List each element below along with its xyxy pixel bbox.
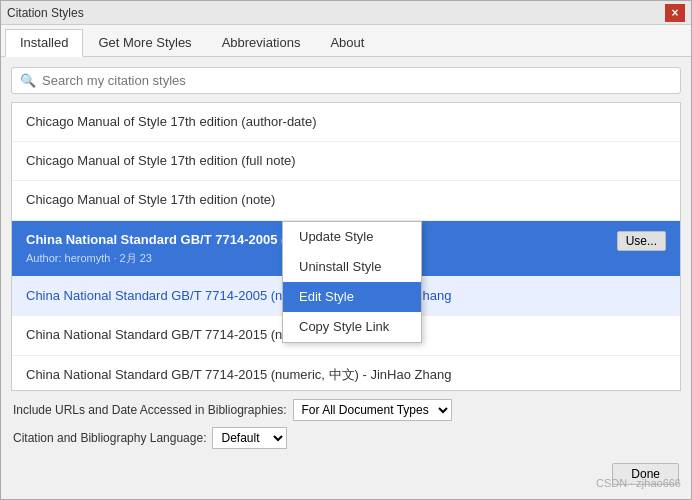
url-label: Include URLs and Date Accessed in Biblio…	[13, 403, 287, 417]
tab-about[interactable]: About	[315, 29, 379, 56]
search-bar: 🔍	[11, 67, 681, 94]
list-item[interactable]: China National Standard GB/T 7714-2015 (…	[12, 356, 680, 391]
list-item-text: Chicago Manual of Style 17th edition (fu…	[26, 153, 296, 168]
context-menu-edit[interactable]: Edit Style	[283, 282, 421, 312]
search-input[interactable]	[42, 73, 672, 88]
watermark: CSDN · zjhao666	[596, 477, 681, 489]
tab-abbreviations[interactable]: Abbreviations	[207, 29, 316, 56]
list-item-selected[interactable]: China National Standard GB/T 7714-2005 (…	[12, 221, 680, 278]
list-item[interactable]: Chicago Manual of Style 17th edition (au…	[12, 103, 680, 142]
tab-get-more-styles[interactable]: Get More Styles	[83, 29, 206, 56]
list-item[interactable]: Chicago Manual of Style 17th edition (fu…	[12, 142, 680, 181]
list-item-text: China National Standard GB/T 7714-2015 (…	[26, 367, 451, 382]
list-item-text: Chicago Manual of Style 17th edition (au…	[26, 114, 317, 129]
search-icon: 🔍	[20, 73, 36, 88]
footer: Include URLs and Date Accessed in Biblio…	[11, 391, 681, 459]
lang-label: Citation and Bibliography Language:	[13, 431, 206, 445]
close-button[interactable]: ×	[665, 4, 685, 22]
style-list: Chicago Manual of Style 17th edition (au…	[11, 102, 681, 391]
context-menu-uninstall[interactable]: Uninstall Style	[283, 252, 421, 282]
citation-styles-window: Citation Styles × Installed Get More Sty…	[0, 0, 692, 500]
done-bar: Done	[11, 459, 681, 489]
use-button[interactable]: Use...	[617, 231, 666, 251]
window-title: Citation Styles	[7, 6, 665, 20]
context-menu-update[interactable]: Update Style	[283, 222, 421, 252]
context-menu-copy-link[interactable]: Copy Style Link	[283, 312, 421, 342]
url-row: Include URLs and Date Accessed in Biblio…	[13, 399, 679, 421]
tab-installed[interactable]: Installed	[5, 29, 83, 57]
list-item[interactable]: Chicago Manual of Style 17th edition (no…	[12, 181, 680, 220]
url-select[interactable]: For All Document Types Never Always	[293, 399, 452, 421]
title-bar: Citation Styles ×	[1, 1, 691, 25]
context-menu: Update Style Uninstall Style Edit Style …	[282, 221, 422, 344]
tab-bar: Installed Get More Styles Abbreviations …	[1, 25, 691, 57]
lang-select[interactable]: Default English Chinese	[212, 427, 287, 449]
main-content: 🔍 Chicago Manual of Style 17th edition (…	[1, 57, 691, 499]
lang-row: Citation and Bibliography Language: Defa…	[13, 427, 679, 449]
list-item-text: Chicago Manual of Style 17th edition (no…	[26, 192, 275, 207]
